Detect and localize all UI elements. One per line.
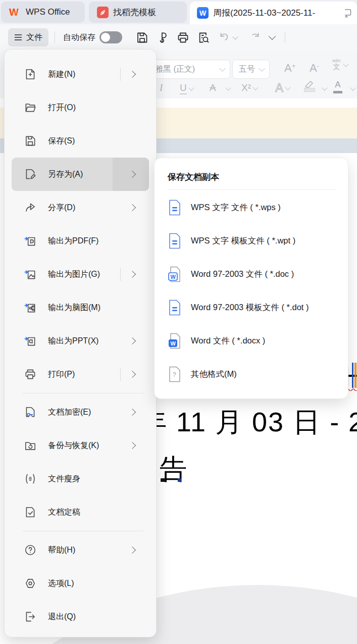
menu-item-new[interactable]: 新建(N) <box>12 58 149 91</box>
divider <box>55 32 55 43</box>
text-effects-button[interactable]: A <box>275 81 290 95</box>
undo-button[interactable] <box>218 31 231 44</box>
menu-item-finalize[interactable]: 文档定稿 <box>12 496 149 529</box>
menu-item-print[interactable]: 打印(P) <box>12 358 149 391</box>
submenu-item-other-format[interactable]: ? 其他格式(M) <box>168 358 336 391</box>
undo-options-chevron-icon[interactable] <box>232 34 238 39</box>
submenu-divider <box>168 189 336 190</box>
chevron-right-icon <box>129 442 136 449</box>
increase-font-button[interactable]: A+ <box>284 62 295 75</box>
chevron-down-icon <box>350 85 355 90</box>
divider <box>285 32 285 43</box>
export-image-icon <box>24 268 37 281</box>
save-as-icon <box>24 168 37 181</box>
pinyin-guide-button[interactable]: wén 文 <box>332 59 348 70</box>
submenu-item-dot[interactable]: Word 97-2003 模板文件 ( *.dot ) <box>168 291 336 324</box>
autosave-toggle[interactable] <box>99 31 122 43</box>
highlighted-text-sliver <box>354 363 356 388</box>
chevron-right-icon <box>129 271 136 278</box>
document-encrypt-icon <box>24 406 37 419</box>
menu-item-save-as[interactable]: 另存为(A) <box>12 158 149 191</box>
customize-toolbar-chevron-icon[interactable] <box>269 33 276 40</box>
document-finalize-icon <box>24 506 37 519</box>
wps-logo-icon: W <box>9 7 21 18</box>
chevron-right-icon <box>129 337 136 344</box>
chevron-down-icon <box>252 84 258 90</box>
chevron-right-icon <box>129 204 136 211</box>
save-button[interactable] <box>135 31 149 44</box>
font-name-select[interactable]: 雅黑 (正文) <box>147 60 230 79</box>
chevron-right-icon <box>129 409 136 416</box>
share-icon <box>24 201 37 214</box>
submenu-item-wps[interactable]: WPS 文字 文件 ( *.wps ) <box>168 191 336 224</box>
chevron-down-icon <box>343 61 348 67</box>
menu-divider <box>23 531 144 531</box>
submenu-title: 保存文档副本 <box>168 171 336 183</box>
chevron-right-icon <box>129 371 136 378</box>
menu-item-options[interactable]: 选项(L) <box>12 567 149 600</box>
export-pdf-icon <box>24 234 37 247</box>
chevron-right-icon <box>129 547 136 554</box>
save-as-submenu: 保存文档副本 WPS 文字 文件 ( *.wps ) WPS 文字 模板文件 (… <box>154 158 348 399</box>
tab-label: WPS Office <box>26 7 70 17</box>
menu-item-export-image[interactable]: 输出为图片(G) <box>12 258 149 291</box>
submenu-item-docx[interactable]: W Word 文件 ( *.docx ) <box>168 324 336 358</box>
menu-item-help[interactable]: 帮助(H) <box>12 533 149 567</box>
file-menu-button[interactable]: 文件 <box>8 28 48 46</box>
menu-item-encrypt[interactable]: 文档加密(E) <box>12 395 149 429</box>
docer-leaf-icon <box>97 7 109 18</box>
file-button-label: 文件 <box>26 32 42 43</box>
svg-text:W: W <box>9 7 19 18</box>
tab-docer-templates[interactable]: 找稻壳模板 <box>89 2 187 23</box>
svg-text:W: W <box>171 340 176 346</box>
other-format-file-icon: ? <box>168 366 182 382</box>
export-mindmap-icon <box>24 301 37 314</box>
italic-button[interactable]: I <box>160 82 163 93</box>
document-heading-line2: 告 <box>160 451 187 488</box>
chevron-down-icon <box>188 85 194 90</box>
export-pdf-button[interactable] <box>156 31 169 44</box>
menu-item-save[interactable]: 保存(S) <box>12 124 149 158</box>
menu-item-export-mindmap[interactable]: 输出为脑图(M) <box>12 291 149 324</box>
options-gear-icon <box>24 577 37 590</box>
new-document-icon <box>24 68 37 81</box>
export-ppt-icon <box>24 334 37 348</box>
menu-item-open[interactable]: 打开(O) <box>12 91 149 124</box>
menu-divider <box>23 393 144 393</box>
word-97-2003-template-icon <box>168 300 182 316</box>
menu-item-export-pdf[interactable]: 输出为PDF(F) <box>12 224 149 258</box>
open-folder-icon <box>24 101 37 114</box>
window-tab-bar: W WPS Office 找稻壳模板 W 周报(2025-11-03~2025-… <box>0 0 357 24</box>
menu-item-exit[interactable]: 退出(Q) <box>12 600 149 633</box>
wps-template-file-icon <box>168 233 182 249</box>
document-heading-line1: 年 11 月 03 日 - 20 <box>139 404 357 441</box>
print-icon <box>24 368 37 381</box>
menu-item-share[interactable]: 分享(D) <box>12 191 149 224</box>
redo-button[interactable] <box>248 31 262 44</box>
submenu-item-doc[interactable]: W Word 97-2003 文件 ( *.doc ) <box>168 258 336 291</box>
wps-file-icon <box>168 200 182 216</box>
submenu-item-wpt[interactable]: WPS 文字 模板文件 ( *.wpt ) <box>168 224 336 258</box>
strikethrough-button[interactable]: A <box>210 82 216 93</box>
highlight-button[interactable] <box>304 80 315 92</box>
chevron-down-icon <box>322 85 327 90</box>
tab-document-active[interactable]: W 周报(2025-11-03~2025-11- <box>190 2 357 24</box>
print-preview-button[interactable] <box>197 31 211 44</box>
chevron-down-icon <box>285 84 290 90</box>
help-icon <box>24 543 37 557</box>
print-button[interactable] <box>176 31 190 44</box>
tab-wps-office[interactable]: W WPS Office <box>1 2 85 23</box>
exit-icon <box>24 610 37 623</box>
menu-item-export-ppt[interactable]: 输出为PPT(X) <box>12 324 149 358</box>
font-color-button[interactable]: A <box>333 80 342 93</box>
menu-item-file-slim[interactable]: 文件瘦身 <box>12 462 149 496</box>
underline-button[interactable]: U <box>180 82 193 94</box>
font-size-select[interactable]: 五号 <box>232 60 270 79</box>
superscript-button[interactable]: X² <box>241 82 258 93</box>
svg-text:W: W <box>171 274 176 280</box>
menu-item-backup-restore[interactable]: 备份与恢复(K) <box>12 429 149 462</box>
file-menu-panel: 新建(N) 打开(O) 保存(S) 另存为(A) <box>4 49 157 637</box>
text-cursor <box>352 363 353 388</box>
word-document-icon: W <box>197 7 209 19</box>
decrease-font-button[interactable]: A- <box>310 62 319 75</box>
